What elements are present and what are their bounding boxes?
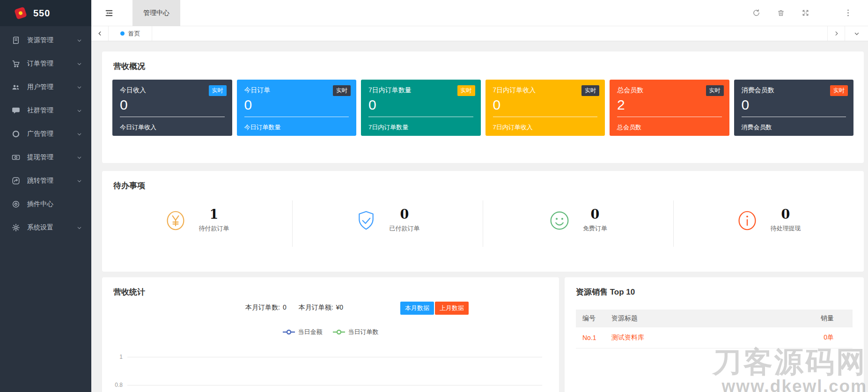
- fullscreen-icon[interactable]: [802, 9, 809, 17]
- refresh-icon[interactable]: [752, 9, 760, 17]
- panel-title-top10: 资源销售 Top 10: [565, 277, 864, 297]
- todo-text-group: 0 待处理提现: [771, 208, 801, 233]
- banknote-icon: [12, 153, 20, 162]
- tabs-scroll-left-icon[interactable]: [91, 26, 109, 41]
- sidebar-item-label: 系统设置: [27, 223, 77, 232]
- top10-table: 编号 资源标题 销量 No.1 测试资料库 0单: [576, 310, 853, 348]
- stat-card-divider: [617, 117, 722, 117]
- gridline: [127, 357, 542, 357]
- legend-marker-icon: [333, 329, 345, 335]
- stat-card-footer: 7日内订单收入: [493, 123, 598, 132]
- column-header-sales: 销量: [801, 314, 853, 323]
- chevron-down-icon: [77, 85, 82, 90]
- yen-circle-icon: [165, 210, 186, 231]
- stat-card-7day-order-income[interactable]: 7日内订单收入 实时 0 7日内订单收入: [485, 80, 605, 136]
- chevron-down-icon: [77, 178, 82, 184]
- panel-title-overview: 营收概况: [102, 52, 864, 72]
- month-order-count: 本月订单数:0: [243, 303, 287, 312]
- sidebar-item-community-management[interactable]: 社群管理: [0, 99, 91, 122]
- panel-title-todo: 待办事项: [102, 171, 864, 191]
- logo[interactable]: 550: [0, 0, 91, 26]
- realtime-badge: 实时: [830, 85, 848, 96]
- todo-label: 待付款订单: [199, 224, 229, 233]
- y-tick-label: 0.8: [109, 382, 123, 388]
- sidebar-item-resource-management[interactable]: 资源管理: [0, 29, 91, 52]
- row-sales: 0单: [801, 333, 853, 342]
- tab-management-center[interactable]: 管理中心: [132, 0, 180, 26]
- revenue-stats-panel: 营收统计 本月订单数:0 本月订单额:¥0 本月数据 上月数据 当日金额: [102, 277, 559, 392]
- circle-icon: [12, 130, 20, 138]
- stat-card-footer: 7日内订单数量: [368, 123, 473, 132]
- smiley-icon: [549, 210, 570, 231]
- month-order-amount: 本月订单额:¥0: [296, 303, 343, 312]
- tabs-menu-icon[interactable]: [845, 26, 868, 41]
- more-vertical-icon[interactable]: [847, 9, 849, 17]
- tab-home[interactable]: 首页: [109, 26, 152, 41]
- stat-card-value: 2: [617, 97, 722, 112]
- legend-daily-order-count[interactable]: 当日订单数: [333, 328, 379, 336]
- stat-card-consuming-members[interactable]: 消费会员数 实时 0 消费会员数: [734, 80, 854, 136]
- sidebar-item-label: 社群管理: [27, 106, 77, 115]
- column-header-no: 编号: [576, 314, 611, 323]
- stat-cards-row: 今日收入 实时 0 今日订单收入 今日订单 实时 0 今日订单数量 7日内订单数…: [102, 72, 864, 136]
- sidebar-item-user-management[interactable]: 用户管理: [0, 75, 91, 99]
- stat-card-value: 0: [244, 97, 349, 112]
- book-icon: [12, 36, 20, 44]
- logo-icon: [14, 7, 27, 20]
- todo-count: 0: [771, 208, 801, 221]
- stat-card-divider: [493, 117, 598, 117]
- trash-icon[interactable]: [777, 9, 785, 17]
- stat-card-footer: 总会员数: [617, 123, 722, 132]
- todo-item-paid-orders[interactable]: 0 已付款订单: [293, 200, 483, 247]
- todo-label: 待处理提现: [771, 224, 801, 233]
- todo-item-unpaid-orders[interactable]: 1 待付款订单: [102, 200, 293, 247]
- menu-collapse-icon[interactable]: [104, 9, 114, 17]
- todo-item-free-orders[interactable]: 0 免费订单: [483, 200, 674, 247]
- stat-card-divider: [368, 117, 473, 117]
- row-rank: No.1: [576, 334, 611, 341]
- realtime-badge: 实时: [581, 85, 599, 96]
- top10-table-header: 编号 资源标题 销量: [576, 310, 853, 327]
- this-month-button[interactable]: 本月数据: [400, 302, 434, 315]
- stat-card-today-income[interactable]: 今日收入 实时 0 今日订单收入: [112, 80, 232, 136]
- todo-label: 免费订单: [583, 224, 607, 233]
- stat-card-value: 0: [368, 97, 473, 112]
- sidebar-item-label: 提现管理: [27, 153, 77, 162]
- stat-card-divider: [120, 117, 225, 117]
- stat-card-value: 0: [493, 97, 598, 112]
- revenue-overview-panel: 营收概况 今日收入 实时 0 今日订单收入 今日订单 实时 0 今日订单数量: [102, 52, 864, 163]
- sidebar-item-system-settings[interactable]: 系统设置: [0, 216, 91, 239]
- sidebar-item-plugin-center[interactable]: 插件中心: [0, 192, 91, 216]
- last-month-button[interactable]: 上月数据: [435, 302, 469, 315]
- stat-card-total-members[interactable]: 总会员数 实时 2 总会员数: [610, 80, 729, 136]
- sidebar-item-redirect-management[interactable]: 跳转管理: [0, 169, 91, 192]
- active-tab-dot: [120, 31, 125, 36]
- sidebar-item-order-management[interactable]: 订单管理: [0, 52, 91, 75]
- stat-card-footer: 消费会员数: [742, 123, 846, 132]
- stat-card-7day-order-count[interactable]: 7日内订单数量 实时 0 7日内订单数量: [361, 80, 481, 136]
- row-resource-title[interactable]: 测试资料库: [611, 333, 801, 342]
- todo-count: 0: [583, 208, 607, 221]
- sidebar-item-label: 用户管理: [27, 83, 77, 91]
- tabs-scroll-right-icon[interactable]: [827, 26, 845, 41]
- todo-item-pending-withdrawals[interactable]: 0 待处理提现: [674, 200, 864, 247]
- sidebar-item-label: 跳转管理: [27, 177, 77, 185]
- stat-card-footer: 今日订单数量: [244, 123, 349, 132]
- sidebar-item-withdraw-management[interactable]: 提现管理: [0, 146, 91, 169]
- legend-daily-amount[interactable]: 当日金额: [283, 328, 323, 336]
- todo-panel: 待办事项 1 待付款订单 0: [102, 171, 864, 272]
- todo-text-group: 0 免费订单: [583, 208, 607, 233]
- realtime-badge: 实时: [457, 85, 475, 96]
- chart-gridline: 1: [109, 354, 542, 360]
- stat-card-today-orders[interactable]: 今日订单 实时 0 今日订单数量: [237, 80, 357, 136]
- stat-card-value: 0: [742, 97, 846, 112]
- top-navbar: 管理中心: [91, 0, 868, 26]
- tab-home-label: 首页: [128, 30, 140, 38]
- table-row[interactable]: No.1 测试资料库 0单: [576, 327, 853, 348]
- tab-strip: 首页: [91, 26, 868, 41]
- navbar-actions: [752, 9, 849, 17]
- chevron-down-icon: [77, 61, 82, 67]
- gridline: [127, 385, 542, 385]
- sidebar-item-ad-management[interactable]: 广告管理: [0, 122, 91, 146]
- chevron-down-icon: [77, 155, 82, 160]
